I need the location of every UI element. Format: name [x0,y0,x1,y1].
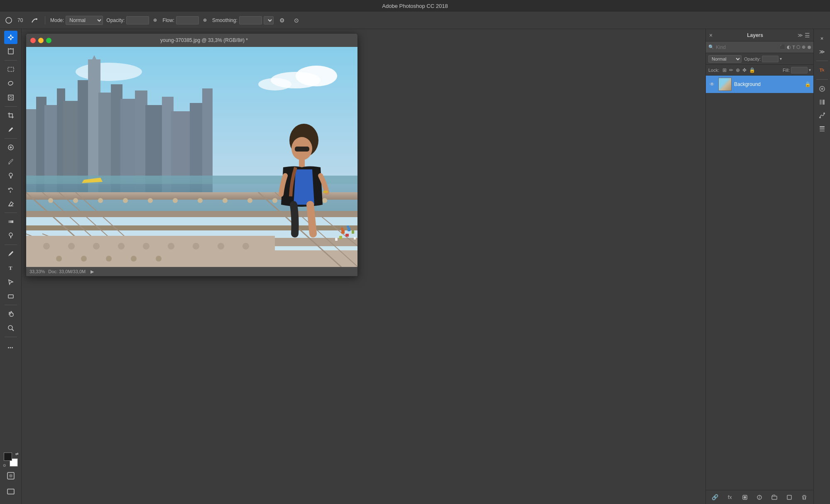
lock-position-icon[interactable]: ✥ [742,67,747,73]
adjustments-panel-btn[interactable] [816,83,828,95]
layers-menu-btn[interactable]: ☰ [805,32,810,39]
channels-panel-btn[interactable] [816,96,828,108]
doc-canvas[interactable] [26,47,357,267]
fr-separator-2 [816,79,828,80]
flow-input[interactable]: 100% [176,16,199,24]
add-artboard-btn[interactable] [784,492,794,502]
brush-preset-btn[interactable] [3,15,14,26]
delete-layer-btn[interactable] [799,492,809,502]
smart-filter-icon[interactable]: ⊕ [802,44,806,50]
blend-mode-select[interactable]: Normal Multiply Screen [708,55,742,63]
doc-info: Doc: 33,0M/33,0M [48,269,86,274]
svg-rect-30 [78,80,88,192]
swap-colors-btn[interactable]: ⇄ [15,452,19,456]
layers-list: 👁 Background 🔒 [706,76,813,490]
shape-btn[interactable] [4,289,17,303]
fg-color-swatch[interactable] [4,453,12,461]
lock-artboard-icon[interactable]: ⊕ [736,67,740,73]
svg-rect-99 [354,237,356,240]
type-filter-icon[interactable]: T [792,45,795,50]
quick-mask-btn[interactable] [4,469,17,482]
screen-mode-btn[interactable] [4,485,17,498]
lasso-btn[interactable] [4,77,17,90]
blend-opacity-row: Normal Multiply Screen Opacity: 100% ▾ [706,53,813,65]
lock-paint-icon[interactable]: ✏ [729,67,733,73]
smoothing-select[interactable]: ▾ [264,16,274,24]
svg-point-61 [123,198,128,203]
marquee-rect-btn[interactable] [4,63,17,76]
zoom-btn[interactable] [4,321,17,335]
divider-1 [45,16,45,24]
layer-visibility-btn[interactable]: 👁 [708,81,716,88]
add-adjustment-btn[interactable] [754,492,764,502]
svg-point-63 [173,198,178,203]
adjustment-filter-icon[interactable]: ◐ [787,44,791,50]
type-btn[interactable]: T [4,261,17,274]
layers-panel-title: Layers [747,32,763,38]
layers-panel: × Layers ≫ ☰ 🔍 ⬛ ◐ T ⬡ ⊕ [706,29,813,504]
move-tool-btn[interactable] [4,31,17,44]
flow-pressure-btn[interactable]: ⊕ [201,16,209,24]
expand-panel-btn[interactable]: ≫ [816,46,828,57]
opacity-pressure-btn[interactable]: ⊕ [151,16,159,24]
history-brush-btn[interactable] [4,183,17,196]
shape-filter-icon[interactable]: ⬡ [796,44,801,50]
symmetry-btn[interactable]: ⊙ [291,15,302,26]
flow-group: Flow: 100% ⊕ [162,16,209,24]
status-arrow[interactable]: ▶ [91,269,94,274]
pixel-filter-icon[interactable]: ⬛ [780,44,786,50]
panel-close-btn[interactable]: × [709,32,712,39]
brush-settings-btn[interactable] [29,15,40,26]
maximize-btn[interactable] [46,38,51,43]
paths-panel-btn[interactable] [816,110,828,121]
fill-chevron[interactable]: ▾ [809,68,811,72]
filter-toggle-dot[interactable] [808,46,811,49]
healing-btn[interactable] [4,141,17,154]
opacity-input[interactable]: 17% [126,16,149,24]
close-btn[interactable] [30,38,36,43]
extras-btn[interactable]: ••• [4,341,17,354]
hand-btn[interactable] [4,307,17,321]
right-panel: × Layers ≫ ☰ 🔍 ⬛ ◐ T ⬡ ⊕ [705,29,813,504]
opacity-chevron[interactable]: ▾ [780,56,782,61]
lock-all-icon[interactable]: 🔒 [749,67,755,73]
mode-select[interactable]: Normal Multiply Screen [66,16,103,25]
opacity-group: Opacity: 100% ▾ [744,56,782,62]
dodge-btn[interactable] [4,229,17,242]
photo-simulation [26,47,357,267]
close-panel-btn[interactable]: × [816,32,828,44]
path-select-btn[interactable] [4,275,17,289]
svg-point-109 [823,113,825,114]
add-style-btn[interactable]: fx [725,492,735,502]
gradient-btn[interactable] [4,215,17,228]
add-mask-btn[interactable] [740,492,750,502]
svg-rect-111 [820,128,825,130]
clone-stamp-btn[interactable] [4,169,17,182]
link-layers-btn[interactable]: 🔗 [710,492,720,502]
brush-tool-btn[interactable] [4,155,17,168]
layers-expand-btn[interactable]: ≫ [798,32,803,39]
eraser-btn[interactable] [4,197,17,210]
artboard-tool-btn[interactable] [4,45,17,58]
svg-rect-93 [352,230,354,234]
smoothing-input[interactable]: 0% [239,16,262,24]
minimize-btn[interactable] [38,38,44,43]
pen-btn[interactable] [4,247,17,260]
svg-point-69 [322,198,327,203]
fill-value[interactable]: 100% [791,67,808,73]
add-group-btn[interactable] [769,492,779,502]
opacity-value[interactable]: 100% [762,56,779,62]
smoothing-label: Smoothing: [212,17,237,23]
properties-btn[interactable]: Tk [816,64,828,76]
svg-rect-95 [339,236,342,239]
background-layer[interactable]: 👁 Background 🔒 [706,76,813,93]
layers-search-input[interactable] [716,44,778,50]
title-bar: Adobe Photoshop CC 2018 [0,0,830,12]
object-select-btn[interactable] [4,91,17,104]
crop-btn[interactable] [4,109,17,122]
eyedropper-btn[interactable] [4,123,17,136]
lock-checkerboard-icon[interactable]: ⊞ [722,67,727,73]
brush-settings-gear-btn[interactable]: ⚙ [277,15,288,26]
default-colors-btn[interactable]: ⊙ [3,463,6,467]
libraries-btn[interactable] [816,123,828,135]
